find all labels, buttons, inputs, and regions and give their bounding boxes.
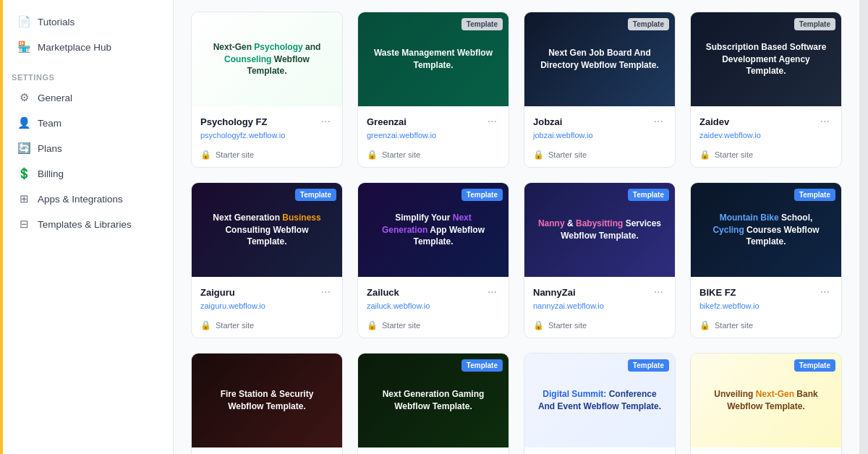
card-menu-button[interactable]: ···	[485, 284, 500, 300]
card-thumb-bg: Next-Gen Psychology and Counseling Webfl…	[192, 12, 342, 106]
card-footer-label: Starter site	[216, 321, 254, 330]
card-thumb-bg: Fire Station & Security Webflow Template…	[192, 354, 342, 447]
card-url[interactable]: greenzai.webflow.io	[367, 131, 500, 140]
template-card-nannyzai[interactable]: Nanny & Babysitting Services Webflow Tem…	[524, 182, 676, 338]
card-url[interactable]: jobzai.webflow.io	[533, 131, 666, 140]
sidebar-item-label: Plans	[38, 143, 62, 154]
sidebar-item-apps-integrations[interactable]: ⊞Apps & Integrations	[6, 187, 167, 211]
card-footer: 🔒 Starter site	[691, 316, 841, 338]
card-thumbnail: Next-Gen Psychology and Counseling Webfl…	[192, 12, 342, 106]
card-header-row: Zailuck ···	[367, 284, 500, 300]
card-menu-button[interactable]: ···	[817, 113, 833, 129]
template-card-jobzai[interactable]: Next Gen Job Board And Directory Webflow…	[524, 12, 676, 168]
template-badge: Template	[794, 359, 835, 372]
card-body: Jobzai ··· jobzai.webflow.io	[524, 106, 675, 145]
template-badge: Template	[295, 189, 336, 201]
sidebar-item-tutorials[interactable]: 📄Tutorials	[6, 9, 167, 34]
card-menu-button[interactable]: ···	[651, 284, 666, 300]
card-thumbnail: Simplify Your Next Generation App Webflo…	[358, 183, 509, 277]
thumb-text: Next-Gen Psychology and Counseling Webfl…	[199, 35, 335, 83]
card-name: NannyZai	[533, 287, 576, 298]
card-thumbnail: Next Generation Gaming Webflow Template.…	[358, 354, 509, 447]
card-thumbnail: Unveiling Next-Gen Bank Webflow Template…	[691, 354, 841, 447]
scrollbar[interactable]	[859, 0, 868, 454]
template-badge: Template	[628, 189, 669, 201]
card-header-row: Zaiguru ···	[200, 284, 333, 300]
starter-site-icon: 🔒	[367, 150, 378, 160]
sidebar-item-plans[interactable]: 🔄Plans	[6, 136, 167, 160]
template-card-zaiguru[interactable]: Next Generation Business Consulting Webf…	[191, 182, 343, 338]
template-card-zaibnk[interactable]: Unveiling Next-Gen Bank Webflow Template…	[690, 353, 842, 454]
sidebar: 📄Tutorials🏪Marketplace Hub Settings ⚙Gen…	[0, 0, 174, 454]
card-url[interactable]: psychologyfz.webflow.io	[200, 131, 333, 140]
main-content: Next-Gen Psychology and Counseling Webfl…	[174, 0, 859, 454]
tutorials-icon: 📄	[17, 15, 30, 28]
card-footer: 🔒 Starter site	[358, 316, 509, 338]
card-footer-label: Starter site	[382, 321, 420, 330]
card-menu-button[interactable]: ···	[318, 284, 333, 300]
thumb-text: Simplify Your Next Generation App Webflo…	[365, 206, 501, 254]
sidebar-item-marketplace-hub[interactable]: 🏪Marketplace Hub	[6, 35, 167, 59]
card-header-row: Zaidev ···	[699, 113, 833, 129]
template-card-zaifd[interactable]: Fire Station & Security Webflow Template…	[191, 353, 343, 454]
starter-site-icon: 🔒	[200, 320, 211, 330]
starter-site-icon: 🔒	[533, 150, 544, 160]
card-name: Jobzai	[533, 116, 562, 127]
starter-site-icon: 🔒	[699, 320, 710, 330]
sidebar-accent	[0, 0, 3, 454]
thumb-text: Mountain Bike School, Cycling Courses We…	[698, 206, 834, 254]
card-url[interactable]: zaiguru.webflow.io	[200, 301, 333, 310]
thumb-text: Digital Summit: Conference And Event Web…	[532, 382, 668, 419]
card-url[interactable]: bikefz.webflow.io	[699, 301, 833, 310]
card-footer-label: Starter site	[548, 321, 587, 330]
card-thumbnail: Fire Station & Security Webflow Template…	[192, 354, 342, 447]
card-name: Zaiguru	[200, 287, 235, 298]
template-badge: Template	[794, 18, 835, 30]
template-card-psychology-fz[interactable]: Next-Gen Psychology and Counseling Webfl…	[191, 12, 343, 168]
template-card-zailuck[interactable]: Simplify Your Next Generation App Webflo…	[357, 182, 509, 338]
card-url[interactable]: zailuck.webflow.io	[367, 301, 500, 310]
card-footer-label: Starter site	[382, 150, 420, 159]
sidebar-item-label: Tutorials	[38, 17, 75, 27]
card-body: Zaiguru ··· zaiguru.webflow.io	[192, 277, 342, 316]
card-body: NannyZai ··· nannyzai.webflow.io	[524, 277, 675, 316]
card-menu-button[interactable]: ···	[651, 113, 666, 129]
card-footer-label: Starter site	[548, 150, 587, 159]
template-badge: Template	[461, 18, 503, 30]
sidebar-item-templates-libraries[interactable]: ⊟Templates & Libraries	[6, 212, 167, 236]
card-body: ZaiFD ··· zaifd.webflow.io	[192, 447, 342, 454]
card-url[interactable]: nannyzai.webflow.io	[533, 301, 666, 310]
card-footer: 🔒 Starter site	[691, 145, 841, 167]
sidebar-item-team[interactable]: 👤Team	[6, 111, 167, 135]
template-badge: Template	[461, 359, 503, 372]
team-icon: 👤	[17, 116, 30, 129]
starter-site-icon: 🔒	[533, 320, 544, 330]
plans-icon: 🔄	[17, 142, 30, 155]
template-card-zaivent[interactable]: Digital Summit: Conference And Event Web…	[524, 353, 676, 454]
card-header-row: Psychology FZ ···	[200, 113, 333, 129]
card-thumbnail: Next Gen Job Board And Directory Webflow…	[524, 12, 675, 106]
template-card-zaidev[interactable]: Subscription Based Software Development …	[690, 12, 842, 168]
card-thumbnail: Next Generation Business Consulting Webf…	[192, 183, 342, 277]
template-card-bikefz[interactable]: Mountain Bike School, Cycling Courses We…	[690, 182, 842, 338]
card-menu-button[interactable]: ···	[485, 113, 500, 129]
sidebar-item-label: General	[38, 93, 72, 103]
thumb-text: Next Generation Business Consulting Webf…	[199, 206, 335, 254]
thumb-text: Unveiling Next-Gen Bank Webflow Template…	[698, 382, 834, 419]
card-url[interactable]: zaidev.webflow.io	[699, 131, 833, 140]
card-body: BIKE FZ ··· bikefz.webflow.io	[691, 277, 841, 316]
template-card-gonzai[interactable]: Next Generation Gaming Webflow Template.…	[357, 353, 509, 454]
card-header-row: Greenzai ···	[367, 113, 500, 129]
thumb-text: Subscription Based Software Development …	[698, 35, 834, 83]
card-body: Psychology FZ ··· psychologyfz.webflow.i…	[192, 106, 342, 145]
card-menu-button[interactable]: ···	[817, 284, 833, 300]
card-name: Zaidev	[699, 116, 729, 127]
starter-site-icon: 🔒	[367, 320, 378, 330]
card-body: Zaidev ··· zaidev.webflow.io	[691, 106, 841, 145]
sidebar-item-general[interactable]: ⚙General	[6, 85, 167, 110]
card-menu-button[interactable]: ···	[318, 113, 333, 129]
template-card-greenzai[interactable]: Waste Management Webflow Template. Templ…	[357, 12, 509, 168]
card-footer: 🔒 Starter site	[524, 145, 675, 167]
sidebar-item-billing[interactable]: 💲Billing	[6, 161, 167, 186]
templates-libraries-icon: ⊟	[17, 218, 30, 231]
